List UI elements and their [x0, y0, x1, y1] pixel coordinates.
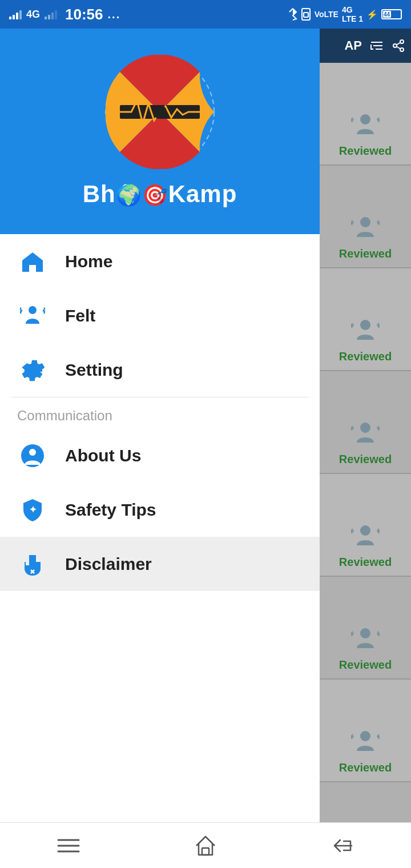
svg-point-15	[360, 628, 370, 638]
sim-icon	[301, 8, 311, 21]
svg-line-8	[397, 47, 401, 49]
person-icon	[350, 110, 381, 141]
list-item: Reviewed	[320, 680, 411, 782]
svg-point-16	[360, 731, 370, 741]
person-circle-icon	[17, 440, 48, 471]
sort-icon[interactable]	[370, 39, 384, 53]
list-item: Reviewed	[320, 577, 411, 680]
bottom-navigation-bar	[0, 822, 411, 868]
disclaimer-label: Disclaimer	[65, 554, 152, 574]
list-item: Reviewed	[320, 63, 411, 166]
svg-rect-1	[304, 13, 308, 17]
person-icon	[350, 624, 381, 655]
reviewed-label: Reviewed	[339, 556, 392, 569]
battery-level: 44	[384, 11, 390, 18]
main-wrapper: AP	[0, 29, 411, 868]
list-item: Reviewed	[320, 371, 411, 474]
safety-tips-label: Safety Tips	[65, 500, 156, 520]
network-type: 4G	[26, 9, 40, 21]
status-right: VoLTE 4GLTE 1 ⚡ 44	[288, 5, 402, 23]
time: 10:56	[65, 6, 103, 23]
svg-rect-30	[202, 848, 209, 855]
bottom-menu-button[interactable]	[46, 829, 91, 863]
bottom-back-button[interactable]	[320, 829, 365, 863]
home-icon	[17, 246, 48, 277]
signal-icon	[9, 9, 22, 19]
drawer-header: Bh🌍🎯Kamp	[0, 29, 320, 234]
bottom-home-button[interactable]	[183, 829, 228, 863]
svg-point-14	[360, 525, 370, 536]
list-item: Reviewed	[320, 166, 411, 268]
ap-label: AP	[344, 38, 362, 53]
person-icon	[350, 316, 381, 347]
person-icon	[350, 419, 381, 449]
svg-point-13	[360, 423, 370, 433]
shield-icon: ✦	[17, 495, 48, 525]
sidebar-item-about-us[interactable]: About Us	[0, 428, 320, 483]
more-dots: ...	[108, 8, 121, 21]
nav-list: Home Felt	[0, 234, 320, 868]
svg-point-5	[400, 40, 404, 43]
status-bar: 4G 10:56 ... VoLTE 4GLTE	[0, 0, 411, 29]
network-4g-lte: 4GLTE 1	[342, 5, 363, 23]
svg-point-23	[29, 449, 36, 456]
app-logo	[103, 55, 217, 169]
volte-icon: VoLTE	[315, 10, 339, 19]
reviewed-label: Reviewed	[339, 350, 392, 363]
svg-text:✦: ✦	[29, 505, 37, 515]
felt-label: Felt	[65, 306, 95, 326]
svg-point-7	[400, 48, 404, 51]
svg-point-21	[29, 306, 37, 314]
person-icon	[350, 521, 381, 552]
content-behind: AP	[320, 29, 411, 868]
status-left: 4G 10:56 ...	[9, 6, 120, 23]
settings-icon	[17, 355, 48, 385]
sidebar-item-felt[interactable]: Felt	[0, 288, 320, 343]
svg-point-20	[153, 105, 167, 119]
navigation-drawer: Bh🌍🎯Kamp Home	[0, 29, 320, 868]
list-item: Reviewed	[320, 474, 411, 577]
sidebar-item-safety-tips[interactable]: ✦ Safety Tips	[0, 483, 320, 537]
secondary-signal	[45, 9, 57, 19]
sidebar-item-disclaimer[interactable]: Disclaimer	[0, 537, 320, 591]
content-header: AP	[320, 29, 411, 63]
communication-section-header: Communication	[0, 397, 320, 428]
svg-line-9	[397, 43, 401, 45]
app-name: Bh🌍🎯Kamp	[83, 180, 237, 208]
sidebar-item-home[interactable]: Home	[0, 234, 320, 288]
svg-point-6	[393, 44, 397, 47]
svg-point-11	[360, 217, 370, 227]
reviewed-label: Reviewed	[339, 761, 392, 774]
person-icon	[350, 727, 381, 758]
hand-stop-icon	[17, 549, 48, 580]
charging-icon: ⚡	[366, 9, 378, 20]
reviewed-label: Reviewed	[339, 453, 392, 466]
about-us-label: About Us	[65, 446, 141, 465]
felt-icon	[17, 300, 48, 331]
reviewed-label: Reviewed	[339, 658, 392, 672]
reviewed-label: Reviewed	[339, 144, 392, 158]
setting-label: Setting	[65, 360, 123, 380]
reviewed-label: Reviewed	[339, 247, 392, 260]
reviewed-list: Reviewed Reviewed	[320, 63, 411, 868]
home-label: Home	[65, 252, 112, 271]
sidebar-item-setting[interactable]: Setting	[0, 343, 320, 397]
battery-icon: 44	[381, 9, 402, 19]
person-icon	[350, 213, 381, 244]
share-icon[interactable]	[392, 39, 405, 53]
svg-point-10	[360, 114, 370, 124]
list-item: Reviewed	[320, 268, 411, 371]
bluetooth-icon	[288, 8, 297, 21]
svg-point-12	[360, 320, 370, 330]
